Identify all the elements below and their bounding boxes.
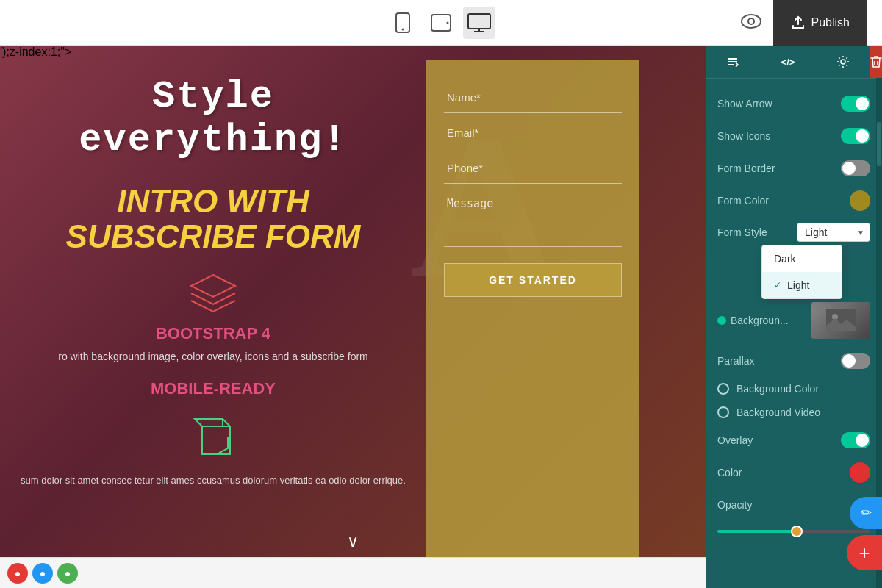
desc-text: ro with background image, color overlay,… <box>58 349 368 365</box>
device-desktop-btn[interactable] <box>463 7 495 39</box>
edit-icon: ✏ <box>861 505 872 521</box>
form-style-dropdown-wrapper: Light Dark ▼ <box>797 223 870 242</box>
dark-option-label: Dark <box>774 253 796 265</box>
mobile-label: MOBILE-READY <box>151 379 276 398</box>
device-switcher <box>387 7 495 39</box>
email-input[interactable] <box>444 118 622 148</box>
background-thumbnail[interactable] <box>811 302 870 339</box>
add-fab-button[interactable]: + <box>847 535 882 570</box>
message-input[interactable] <box>444 188 622 247</box>
intro-title: INTRO WITH SUBSCRIBE FORM <box>66 184 361 255</box>
form-border-toggle[interactable] <box>841 160 870 176</box>
svg-point-1 <box>402 28 404 30</box>
light-option-label: Light <box>787 279 809 291</box>
show-icons-label: Show Icons <box>717 130 770 142</box>
svg-rect-4 <box>468 14 490 29</box>
dropdown-option-dark[interactable]: Dark <box>762 245 842 272</box>
background-label-row: Backgroun... <box>717 315 789 326</box>
sidebar-scrollbar-thumb <box>877 122 881 166</box>
parallax-row: Parallax <box>706 345 882 377</box>
parallax-label: Parallax <box>717 355 755 367</box>
settings-tool-btn[interactable] <box>815 46 870 78</box>
bg-video-row: Background Video <box>706 401 882 424</box>
show-arrow-row: Show Arrow <box>706 87 882 120</box>
top-bar-right: Publish <box>741 0 867 46</box>
color-row: Color <box>706 456 882 489</box>
check-icon: ✓ <box>774 280 781 290</box>
layers-icon-container <box>187 271 239 315</box>
opacity-label: Opacity <box>717 499 752 511</box>
svg-point-16 <box>841 60 845 64</box>
form-color-swatch[interactable] <box>850 190 870 211</box>
left-content: Style everything! INTRO WITH SUBSCRIBE F… <box>0 46 426 588</box>
publish-label: Publish <box>811 16 850 29</box>
bottom-bar: ● ● ● <box>0 557 706 588</box>
box-icon-container <box>187 412 239 466</box>
device-tablet-btn[interactable] <box>425 7 457 39</box>
svg-point-9 <box>748 18 754 24</box>
bottom-circle-blue[interactable]: ● <box>32 563 53 584</box>
show-arrow-toggle[interactable] <box>841 96 870 112</box>
bg-color-label: Background Color <box>736 383 819 395</box>
bootstrap-label: BOOTSTRAP 4 <box>156 324 270 343</box>
form-color-row: Form Color <box>706 184 882 217</box>
main-area: ');z-index:1;"> A Style everything! INTR… <box>0 46 882 588</box>
bg-video-radio[interactable] <box>717 406 729 418</box>
form-border-row: Form Border <box>706 152 882 184</box>
sidebar-toolbar: </> <box>706 46 882 79</box>
form-style-label: Form Style <box>717 226 767 238</box>
name-input[interactable] <box>444 82 622 113</box>
style-title: Style everything! <box>15 75 412 162</box>
show-icons-row: Show Icons <box>706 120 882 152</box>
down-arrow[interactable]: ∨ <box>347 532 359 551</box>
add-icon: + <box>858 542 870 564</box>
code-tool-btn[interactable]: </> <box>761 46 816 78</box>
canvas: ');z-index:1;"> A Style everything! INTR… <box>0 46 706 588</box>
color-swatch[interactable] <box>850 462 870 483</box>
delete-tool-btn[interactable] <box>870 46 882 78</box>
opacity-slider-track[interactable] <box>717 530 870 533</box>
canvas-content: Style everything! INTRO WITH SUBSCRIBE F… <box>0 46 706 588</box>
top-bar: Publish <box>0 0 882 46</box>
sort-tool-btn[interactable] <box>706 46 761 78</box>
parallax-toggle[interactable] <box>841 353 870 369</box>
background-label: Backgroun... <box>731 315 789 326</box>
publish-button[interactable]: Publish <box>773 0 867 46</box>
bottom-circle-green[interactable]: ● <box>57 563 78 584</box>
preview-button[interactable] <box>741 12 761 33</box>
get-started-button[interactable]: GET STARTED <box>444 263 622 297</box>
phone-input[interactable] <box>444 153 622 184</box>
bg-color-row: Background Color <box>706 377 882 401</box>
form-color-label: Form Color <box>717 195 769 207</box>
form-style-select[interactable]: Light Dark <box>797 223 870 242</box>
bg-video-label: Background Video <box>736 406 820 418</box>
bottom-circle-red[interactable]: ● <box>7 563 28 584</box>
form-panel: GET STARTED <box>426 60 639 573</box>
bg-color-radio[interactable] <box>717 383 729 395</box>
device-mobile-btn[interactable] <box>387 7 419 39</box>
overlay-row: Overlay <box>706 424 882 456</box>
show-arrow-label: Show Arrow <box>717 98 772 110</box>
svg-point-3 <box>447 21 449 24</box>
color-label: Color <box>717 467 742 478</box>
show-icons-toggle[interactable] <box>841 128 870 144</box>
svg-marker-10 <box>191 275 235 297</box>
background-row: Backgroun... <box>706 296 882 345</box>
background-indicator <box>717 316 726 325</box>
opacity-slider-thumb[interactable] <box>791 526 803 537</box>
sidebar: </> Show Arrow <box>706 46 882 588</box>
form-style-row: Form Style Light Dark ▼ Dark <box>706 217 882 296</box>
dropdown-option-light[interactable]: ✓ Light <box>762 272 842 298</box>
edit-fab-button[interactable]: ✏ <box>850 497 882 529</box>
form-border-label: Form Border <box>717 162 775 174</box>
svg-point-8 <box>742 15 761 28</box>
overlay-toggle[interactable] <box>841 432 870 448</box>
form-style-dropdown-menu: Dark ✓ Light <box>761 245 842 299</box>
lorem-text: sum dolor sit amet consec tetur elit ame… <box>21 473 406 488</box>
overlay-label: Overlay <box>717 434 753 446</box>
